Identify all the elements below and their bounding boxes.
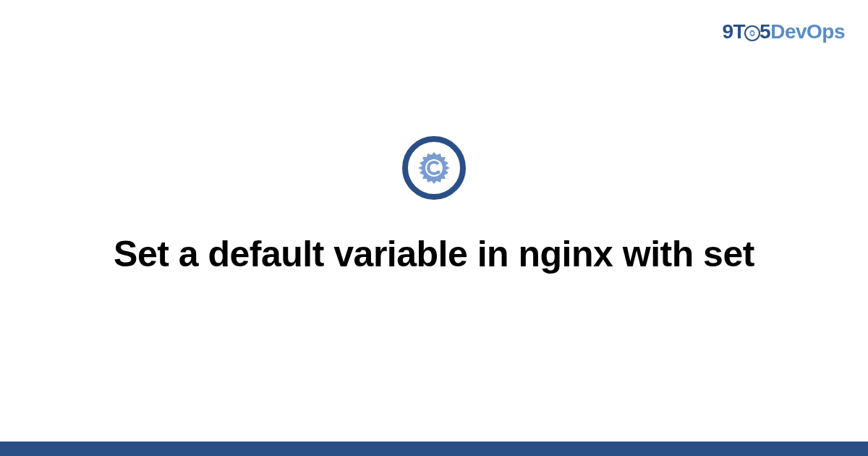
main-content: Set a default variable in nginx with set [0,0,868,456]
gear-icon [401,135,467,203]
svg-point-5 [437,170,441,174]
page-title: Set a default variable in nginx with set [114,231,754,278]
footer-bar [0,442,868,456]
